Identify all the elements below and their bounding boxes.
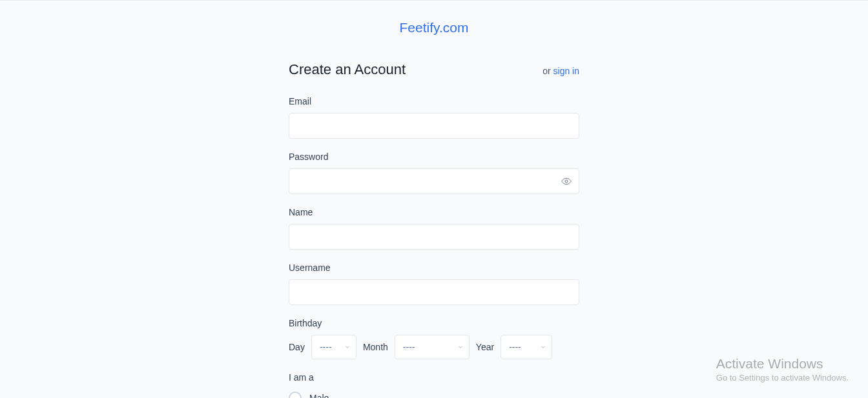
year-select[interactable]: ---- bbox=[501, 335, 552, 359]
male-label: Male bbox=[309, 393, 329, 398]
or-text: or bbox=[542, 66, 553, 76]
windows-watermark: Activate Windows Go to Settings to activ… bbox=[716, 356, 849, 383]
month-label: Month bbox=[363, 342, 388, 352]
email-field[interactable] bbox=[289, 113, 579, 139]
name-label: Name bbox=[289, 207, 579, 217]
radio-male[interactable] bbox=[289, 392, 302, 398]
gender-label: I am a bbox=[289, 372, 579, 383]
password-label: Password bbox=[289, 152, 579, 162]
watermark-title: Activate Windows bbox=[716, 356, 849, 372]
month-value: ---- bbox=[403, 342, 415, 352]
birthday-label: Birthday bbox=[289, 318, 579, 328]
chevron-down-icon bbox=[344, 342, 351, 352]
chevron-down-icon bbox=[457, 342, 464, 352]
svg-point-0 bbox=[565, 180, 568, 183]
watermark-subtitle: Go to Settings to activate Windows. bbox=[716, 373, 849, 383]
site-logo[interactable]: Feetify.com bbox=[143, 20, 725, 35]
name-field[interactable] bbox=[289, 224, 579, 250]
username-field[interactable] bbox=[289, 279, 579, 305]
password-field[interactable] bbox=[289, 168, 579, 194]
chevron-down-icon bbox=[540, 342, 546, 352]
year-label: Year bbox=[476, 342, 494, 352]
day-label: Day bbox=[289, 342, 305, 352]
year-value: ---- bbox=[509, 342, 521, 352]
day-select[interactable]: ---- bbox=[311, 335, 356, 359]
day-value: ---- bbox=[320, 342, 332, 352]
page-title: Create an Account bbox=[289, 61, 406, 78]
signup-form: Create an Account or sign in Email Passw… bbox=[289, 61, 579, 398]
radio-row-male[interactable]: Male bbox=[289, 392, 579, 398]
month-select[interactable]: ---- bbox=[395, 335, 470, 359]
signin-block: or sign in bbox=[542, 66, 579, 76]
eye-icon[interactable] bbox=[561, 176, 572, 186]
username-label: Username bbox=[289, 263, 579, 273]
email-label: Email bbox=[289, 96, 579, 106]
signin-link[interactable]: sign in bbox=[553, 66, 579, 76]
